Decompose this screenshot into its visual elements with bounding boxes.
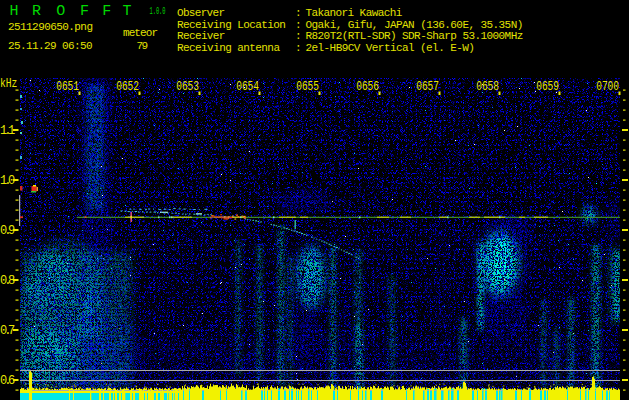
svg-text:H: H — [10, 3, 19, 20]
svg-text:0651: 0651 — [56, 80, 79, 94]
svg-text:kHz: kHz — [0, 77, 17, 91]
svg-text:9: 9 — [8, 224, 15, 238]
svg-text:Ogaki, Gifu, JAPAN (136.60E, 3: Ogaki, Gifu, JAPAN (136.60E, 35.35N) — [306, 19, 524, 31]
svg-text:1.0.0: 1.0.0 — [150, 5, 166, 17]
svg-text:79: 79 — [137, 40, 149, 52]
svg-text:0659: 0659 — [536, 80, 559, 94]
svg-text:R: R — [32, 3, 41, 20]
svg-text:2511290650.png: 2511290650.png — [8, 21, 93, 33]
svg-text:T: T — [122, 3, 131, 20]
svg-text:25.11.29 06:50: 25.11.29 06:50 — [8, 40, 93, 52]
svg-text:Receiving antenna: Receiving antenna — [177, 42, 280, 54]
svg-text:8: 8 — [8, 274, 15, 288]
svg-text:0655: 0655 — [296, 80, 319, 94]
svg-text:R820T2(RTL-SDR) SDR-Sharp 53.1: R820T2(RTL-SDR) SDR-Sharp 53.1000MHz — [306, 30, 524, 42]
svg-text:6: 6 — [8, 374, 15, 388]
svg-text:O: O — [56, 3, 65, 20]
svg-text:7: 7 — [8, 324, 15, 338]
svg-text:0700: 0700 — [596, 80, 619, 94]
svg-text:0657: 0657 — [416, 80, 439, 94]
svg-text:Receiving Location: Receiving Location — [177, 19, 286, 31]
svg-text:2el-HB9CV Vertical (el. E-W): 2el-HB9CV Vertical (el. E-W) — [306, 42, 475, 54]
svg-text:meteor: meteor — [123, 27, 158, 39]
svg-text:F: F — [80, 3, 89, 20]
svg-text:0656: 0656 — [356, 80, 379, 94]
svg-text:0654: 0654 — [236, 80, 259, 94]
svg-text:0653: 0653 — [176, 80, 199, 94]
svg-text:1: 1 — [8, 124, 15, 138]
svg-text:Observer: Observer — [177, 7, 225, 19]
svg-text:Takanori Kawachi: Takanori Kawachi — [306, 7, 403, 19]
svg-text:0652: 0652 — [116, 80, 139, 94]
svg-text::: : — [295, 30, 302, 42]
svg-text:0: 0 — [8, 174, 15, 188]
svg-text:0658: 0658 — [476, 80, 499, 94]
svg-text:F: F — [102, 3, 111, 20]
svg-text::: : — [295, 7, 302, 19]
svg-text:Receiver: Receiver — [177, 30, 225, 42]
svg-text::: : — [295, 42, 302, 54]
svg-text::: : — [295, 19, 302, 31]
